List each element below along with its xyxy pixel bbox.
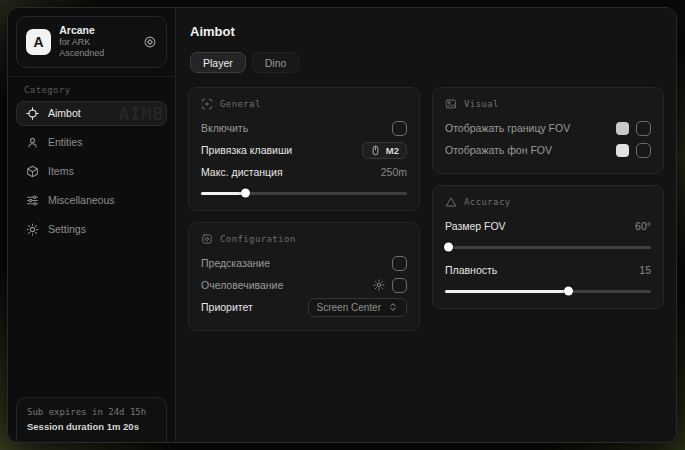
session-duration-text: Session duration 1m 20s [27, 421, 156, 432]
app-title: Arcane [59, 24, 135, 37]
subscription-footer: Sub expires in 24d 15h Session duration … [16, 397, 167, 442]
fov-border-color-swatch[interactable] [616, 122, 629, 135]
app-logo: A [26, 29, 51, 55]
main-content: Aimbot Player Dino General [176, 8, 676, 442]
distance-value: 250m [381, 166, 407, 178]
keybind-label: Привязка клавиши [201, 144, 292, 156]
category-label: Category [24, 85, 159, 95]
sliders-icon [26, 194, 39, 207]
app-window: A Arcane for ARK Ascendned Category Ai [7, 7, 677, 443]
enable-row: Включить [201, 117, 407, 139]
humanize-label: Очеловечивание [201, 279, 283, 291]
enable-label: Включить [201, 122, 248, 134]
general-panel: General Включить Привязка клавиши [188, 87, 420, 211]
fov-size-value: 60° [635, 220, 651, 232]
priority-select[interactable]: Screen Center [308, 298, 407, 317]
smoothness-slider[interactable] [445, 286, 651, 296]
smoothness-value: 15 [639, 264, 651, 276]
sidebar-divider [8, 76, 175, 77]
configuration-panel-title: Configuration [220, 234, 296, 244]
priority-selected-value: Screen Center [317, 302, 381, 313]
humanize-checkbox[interactable] [392, 278, 407, 293]
distance-row: Макс. дистанция 250m [201, 161, 407, 183]
fov-border-checkbox[interactable] [636, 121, 651, 136]
sidebar: A Arcane for ARK Ascendned Category Ai [8, 8, 176, 442]
distance-slider-thumb[interactable] [241, 189, 250, 198]
fov-border-label: Отображать границу FOV [445, 122, 570, 134]
accuracy-panel-title: Accuracy [464, 197, 511, 207]
smoothness-label: Плавность [445, 264, 497, 276]
general-panel-title: General [220, 99, 261, 109]
visual-panel-title: Visual [464, 99, 499, 109]
mouse-icon [370, 145, 381, 156]
fov-background-row: Отображать фон FOV [445, 139, 651, 161]
humanize-row: Очеловечивание [201, 274, 407, 296]
triangle-icon [445, 196, 457, 208]
fov-size-slider-thumb[interactable] [444, 243, 453, 252]
priority-label: Приоритет [201, 301, 253, 313]
crosshair-icon [26, 107, 39, 120]
sidebar-item-label: Miscellaneous [48, 194, 115, 206]
sidebar-item-miscellaneous[interactable]: Miscellaneous [16, 188, 167, 213]
priority-row: Приоритет Screen Center [201, 296, 407, 318]
keybind-value: M2 [386, 145, 399, 156]
keybind-row: Привязка клавиши M2 [201, 139, 407, 161]
distance-slider[interactable] [201, 188, 407, 198]
cube-icon [26, 165, 39, 178]
visual-panel: Visual Отображать границу FOV Отображать… [432, 87, 664, 174]
config-box-icon [201, 233, 213, 245]
image-icon [445, 98, 457, 110]
prediction-label: Предсказание [201, 257, 270, 269]
tab-dino[interactable]: Dino [252, 52, 300, 73]
smoothness-row: Плавность 15 [445, 259, 651, 281]
sub-expires-text: Sub expires in 24d 15h [27, 407, 156, 417]
accuracy-panel: Accuracy Размер FOV 60° П [432, 185, 664, 309]
sidebar-item-entities[interactable]: Entities [16, 130, 167, 155]
sidebar-item-aimbot[interactable]: Aimbot AIMB [16, 101, 167, 126]
sidebar-item-items[interactable]: Items [16, 159, 167, 184]
smoothness-slider-thumb[interactable] [564, 287, 573, 296]
scan-icon [201, 98, 213, 110]
sidebar-nav: Aimbot AIMB Entities Items [8, 101, 175, 242]
compass-icon[interactable] [143, 35, 157, 49]
tab-bar: Player Dino [190, 52, 664, 73]
prediction-checkbox[interactable] [392, 256, 407, 271]
fov-size-row: Размер FOV 60° [445, 215, 651, 237]
sidebar-item-settings[interactable]: Settings [16, 217, 167, 242]
app-subtitle: for ARK Ascendned [59, 37, 135, 60]
fov-background-color-swatch[interactable] [616, 144, 629, 157]
prediction-row: Предсказание [201, 252, 407, 274]
configuration-panel: Configuration Предсказание Очеловечивани… [188, 222, 420, 331]
sidebar-item-label: Items [48, 165, 74, 177]
humanize-settings-icon[interactable] [373, 279, 385, 291]
aimbot-watermark: AIMB [119, 104, 164, 124]
keybind-button[interactable]: M2 [362, 142, 407, 159]
app-header-card: A Arcane for ARK Ascendned [16, 16, 167, 68]
fov-size-label: Размер FOV [445, 220, 506, 232]
fov-background-checkbox[interactable] [636, 143, 651, 158]
distance-label: Макс. дистанция [201, 166, 283, 178]
enable-checkbox[interactable] [392, 121, 407, 136]
tab-player[interactable]: Player [190, 52, 246, 73]
sidebar-item-label: Settings [48, 223, 86, 235]
fov-background-label: Отображать фон FOV [445, 144, 552, 156]
sidebar-item-label: Aimbot [48, 107, 81, 119]
page-title: Aimbot [190, 24, 664, 39]
fov-size-slider[interactable] [445, 242, 651, 252]
entities-icon [26, 136, 39, 149]
gear-icon [26, 223, 39, 236]
chevrons-up-down-icon [388, 302, 398, 312]
sidebar-item-label: Entities [48, 136, 82, 148]
fov-border-row: Отображать границу FOV [445, 117, 651, 139]
